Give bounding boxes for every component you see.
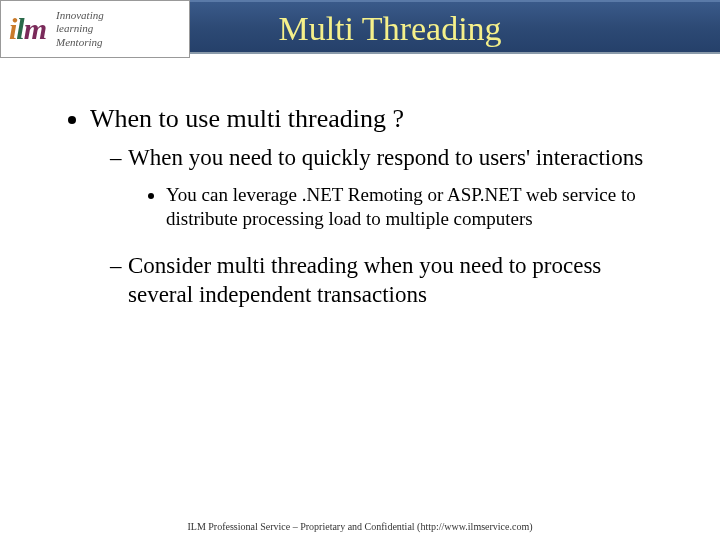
logo-mark: ilm [9, 12, 46, 46]
footer-text: ILM Professional Service – Proprietary a… [0, 521, 720, 532]
logo-letter-m: m [24, 12, 46, 46]
logo-letter-i: i [9, 12, 16, 46]
logo-tagline: Innovating learning Mentoring [56, 9, 104, 49]
bullet-l2b-text: Consider multi threading when you need t… [128, 253, 601, 307]
logo-letter-l: l [16, 12, 23, 46]
bullet-level2: Consider multi threading when you need t… [110, 252, 670, 310]
bullet-level2: When you need to quickly respond to user… [110, 144, 670, 232]
slide-content: When to use multi threading ? When you n… [0, 54, 720, 310]
tagline-line2: learning [56, 22, 104, 35]
bullet-l3a-text: You can leverage .NET Remoting or ASP.NE… [166, 184, 636, 230]
logo-box: ilm Innovating learning Mentoring [0, 0, 190, 58]
tagline-line3: Mentoring [56, 36, 104, 49]
bullet-l2a-text: When you need to quickly respond to user… [128, 145, 643, 170]
bullet-level3: You can leverage .NET Remoting or ASP.NE… [166, 183, 670, 232]
tagline-line1: Innovating [56, 9, 104, 22]
bullet-l1-text: When to use multi threading ? [90, 104, 404, 133]
title-bar: ilm Innovating learning Mentoring Multi … [0, 0, 720, 54]
bullet-level1: When to use multi threading ? When you n… [90, 104, 670, 310]
